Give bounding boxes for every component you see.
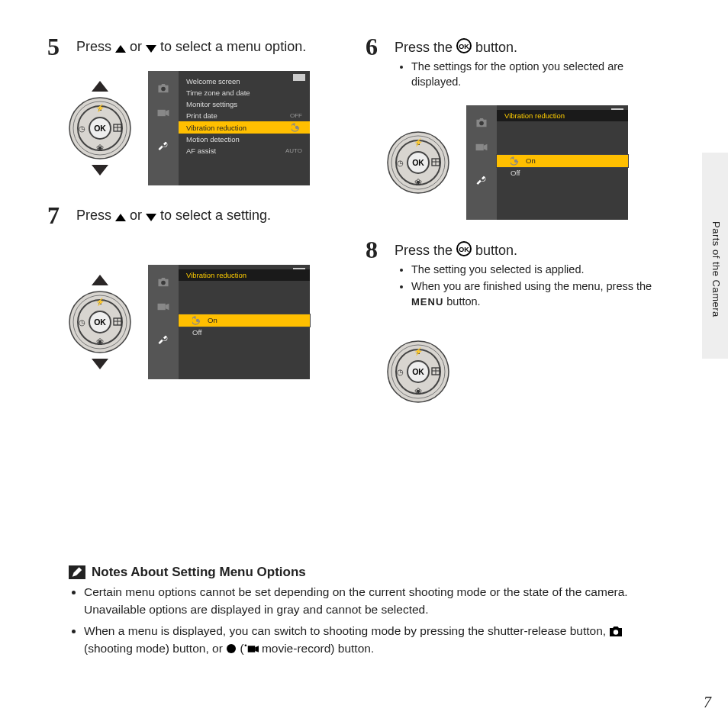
step-7-number: 7 [47,201,60,230]
bullet: When you are finished using the menu, pr… [411,279,675,309]
option-row: On [179,314,310,327]
dial-icon [69,97,131,159]
step-6-bullets: The settings for the option you selected… [411,60,675,89]
note-icon [69,565,85,579]
triangle-down-icon [146,45,156,53]
lcd-vr-menu: Vibration reductionOnOff [466,105,628,220]
menu-label: MENU [411,296,443,308]
vr-icon [192,316,203,325]
step-6: 6 Press the button. The settings for the… [387,38,675,90]
arrow-up-icon [92,275,108,285]
dial-icon [387,340,449,403]
svg-marker-22 [92,81,108,92]
bullet: The setting you selected is applied. [411,263,675,278]
arrow-down-icon [92,165,108,176]
step-8: 8 Press the button. The setting you sele… [387,241,675,310]
selector-dial [387,131,449,194]
triangle-up-icon [115,45,126,53]
lcd-setup-menu: Welcome screenTime zone and dateMonitor … [148,71,310,185]
step-7: 7 Press or to select a setting. [69,207,356,224]
note-item: When a menu is displayed, you can switch… [84,622,675,658]
menu-row: Print dateOFF [179,110,310,121]
triangle-up-icon [115,214,126,221]
ok-button-icon [456,38,472,53]
menu-header: Vibration reduction [179,269,310,281]
lcd-vr-menu: Vibration reductionOnOff [148,265,310,379]
camera-icon [475,118,488,128]
step-7-text: Press or to select a setting. [76,207,356,224]
step-5: 5 Press or to select a menu option. [69,38,356,56]
camera-icon [156,83,170,94]
vr-icon [511,156,521,166]
menu-row: Welcome screen [179,76,310,87]
bullet: The settings for the option you selected… [411,60,675,89]
menu-row: Time zone and date [179,87,310,98]
triangle-down-icon [146,214,156,221]
step-5-text: Press or to select a menu option. [76,38,356,56]
page-number: 7 [704,694,711,711]
selector-dial [387,340,449,403]
menu-row: Monitor settings [179,98,310,110]
svg-marker-25 [92,359,108,369]
vr-icon [292,123,302,132]
menu-row: Vibration reduction [179,121,310,134]
menu-row: Motion detection [179,134,310,145]
menu-header: Vibration reduction [497,110,628,121]
dial-icon [69,291,131,353]
step-8-number: 8 [366,236,378,264]
wrench-icon [156,140,170,150]
movie-icon [156,108,170,118]
option-row: Off [179,327,310,338]
note-item: Certain menu options cannot be set depen… [84,583,675,619]
menu-row: AF assistAUTO [179,145,310,156]
movie-icon [475,142,488,153]
option-row: Off [497,167,628,179]
arrow-up-icon [92,81,108,92]
dial-icon [387,131,449,194]
camera-icon [609,625,623,637]
dot-icon [226,643,237,654]
movie-record-icon [244,644,259,654]
wrench-icon [475,174,488,185]
notes-block: Notes About Setting Menu Options Certain… [69,565,675,660]
section-label: Parts of the Camera [710,221,722,317]
step-6-number: 6 [366,33,378,61]
camera-icon [156,277,170,288]
arrow-down-icon [92,359,108,369]
step-8-text: Press the button. [395,241,675,259]
svg-marker-23 [92,165,108,176]
step-6-text: Press the button. [395,38,675,56]
selector-dial-updown [69,82,131,174]
step-8-bullets: The setting you selected is applied. Whe… [411,263,675,310]
movie-icon [156,301,170,312]
notes-heading: Notes About Setting Menu Options [92,565,306,580]
option-row: On [497,155,628,167]
step-5-number: 5 [47,33,60,61]
ok-button-icon [456,241,472,256]
wrench-icon [156,333,170,344]
selector-dial-updown [69,276,131,368]
svg-marker-24 [92,275,108,285]
